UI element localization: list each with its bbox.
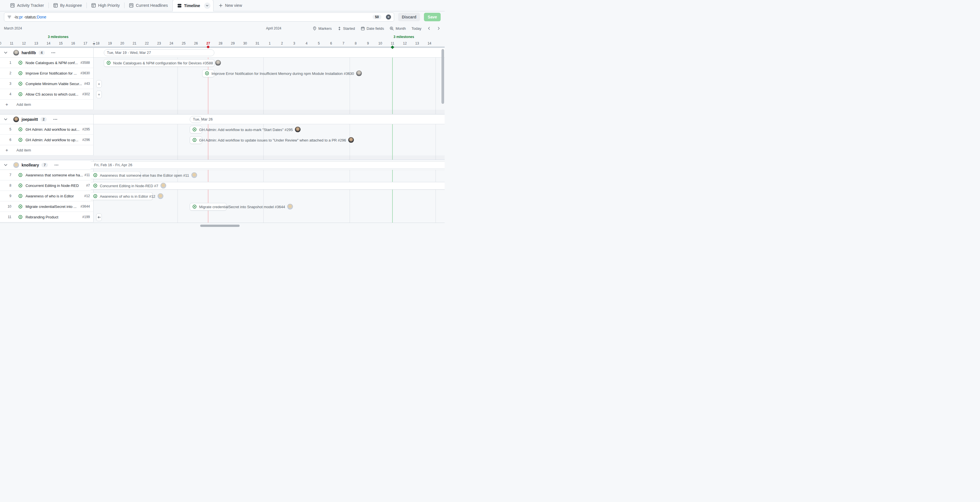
date-number: 16 bbox=[71, 41, 75, 45]
tab-by-assignee[interactable]: By Assignee bbox=[49, 0, 86, 11]
item-table-cell[interactable]: 11Rebranding Product#199 bbox=[0, 212, 94, 222]
scroll-left-button[interactable] bbox=[427, 26, 431, 30]
group-header-row: knolleary7Fri, Feb 16 - Fri, Apr 26 bbox=[0, 160, 445, 170]
group-header-timeline: Fri, Feb 16 - Fri, Apr 26 bbox=[94, 160, 445, 170]
timeline-bar[interactable]: GH Admin: Add workflow to auto-mark "Sta… bbox=[190, 126, 202, 133]
filter-segment: pr bbox=[19, 15, 23, 19]
item-row: 7Awareness that someone else ha...#11Awa… bbox=[0, 170, 445, 180]
row-number: 9 bbox=[0, 194, 13, 198]
add-date-button[interactable]: + bbox=[96, 91, 102, 98]
date-number: 24 bbox=[170, 41, 173, 45]
horizontal-scrollbar[interactable] bbox=[200, 225, 240, 227]
table-resize-handle[interactable]: ◂ ▸ bbox=[91, 41, 96, 46]
markers-button[interactable]: Markers bbox=[312, 26, 332, 30]
add-item-cell[interactable]: +Add item bbox=[0, 100, 94, 110]
plus-icon: + bbox=[5, 148, 9, 153]
group-date-range-pill[interactable]: Tue, Mar 19 - Wed, Mar 27 bbox=[104, 49, 215, 56]
clear-filter-button[interactable]: ✕ bbox=[386, 14, 391, 19]
group-header-row: joepavitt2Tue, Mar 26 bbox=[0, 114, 445, 124]
group-date-range-bar[interactable]: Fri, Feb 16 - Fri, Apr 26 bbox=[91, 161, 445, 169]
group-header-cell[interactable]: hardillb4 bbox=[0, 48, 94, 57]
jump-to-item-button[interactable] bbox=[96, 213, 102, 221]
zoom-level-button[interactable]: Month bbox=[390, 26, 406, 30]
timeline-bar[interactable]: GH Admin: Add workflow to update issues … bbox=[190, 136, 202, 144]
new-view-button[interactable]: New view bbox=[213, 0, 247, 11]
bar-label: Improve Error Notification for Insuffici… bbox=[212, 71, 354, 75]
date-number: 13 bbox=[415, 41, 419, 45]
item-table-cell[interactable]: 5GH Admin: Add workflow to aut...#295 bbox=[0, 124, 94, 135]
bar-label: Awareness that someone else has the Edit… bbox=[100, 173, 189, 177]
item-table-cell[interactable]: 7Awareness that someone else ha...#11 bbox=[0, 170, 94, 180]
issue-open-icon bbox=[18, 215, 23, 219]
today-button[interactable]: Today bbox=[412, 26, 422, 30]
filter-input[interactable]: -is:pr -status:Done 50 ✕ bbox=[4, 13, 394, 22]
group-name: hardillb bbox=[22, 51, 36, 55]
timeline-bar[interactable]: Node Catalogues & NPM configuration file… bbox=[104, 59, 215, 67]
group-header-timeline: Tue, Mar 26 bbox=[94, 114, 445, 124]
collapse-chevron-icon[interactable] bbox=[4, 164, 7, 166]
save-button[interactable]: Save bbox=[424, 13, 441, 21]
tab-high-priority[interactable]: High Priority bbox=[87, 0, 124, 11]
group-date-range-pill[interactable]: Tue, Mar 26 bbox=[190, 116, 202, 123]
item-table-cell[interactable]: 9Awareness of who is in Editor#12 bbox=[0, 191, 94, 201]
row-number: 5 bbox=[0, 127, 13, 131]
avatar-hardillb bbox=[356, 71, 362, 76]
add-item-row: +Add item bbox=[0, 100, 445, 110]
issue-open-icon bbox=[18, 61, 23, 65]
item-table-cell[interactable]: 8Concurrent Editing in Node-RED#7 bbox=[0, 180, 94, 191]
item-number: #12 bbox=[84, 194, 90, 198]
item-table-cell[interactable]: 6GH Admin: Add workflow to up...#296 bbox=[0, 135, 94, 145]
issue-open-icon bbox=[107, 61, 111, 65]
timeline-bar[interactable]: Awareness that someone else has the Edit… bbox=[91, 171, 141, 179]
timeline-bar[interactable]: Migrate credentialSecret into Snapshot m… bbox=[190, 203, 227, 210]
issue-open-icon bbox=[18, 127, 23, 132]
item-title: Complete Minimum Viable Secur... bbox=[25, 82, 83, 86]
item-table-cell[interactable]: 1Node Catalogues & NPM conf...#3588 bbox=[0, 57, 94, 68]
row-number: 11 bbox=[0, 215, 13, 219]
row-number: 6 bbox=[0, 138, 13, 142]
collapse-chevron-icon[interactable] bbox=[4, 52, 7, 54]
date-number: 2 bbox=[281, 41, 283, 45]
item-row: 4Allow CS access to which cust...#302+ bbox=[0, 89, 445, 100]
date-fields-button[interactable]: Date fields bbox=[361, 26, 384, 30]
item-table-cell[interactable]: 2Improve Error Notification for ...#3630 bbox=[0, 68, 94, 78]
timeline-bar[interactable]: Concurrent Editing in Node-RED #7 bbox=[91, 182, 445, 190]
timeline-bar[interactable]: Awareness of who is in Editor #12 bbox=[91, 192, 153, 200]
item-title: GH Admin: Add workflow to aut... bbox=[25, 127, 81, 132]
add-item-cell[interactable]: +Add item bbox=[0, 145, 94, 155]
group-header-cell[interactable]: joepavitt2 bbox=[0, 114, 94, 124]
date-number: 9 bbox=[367, 41, 369, 45]
month-label-right: April 2024 bbox=[266, 26, 281, 30]
sort-started-button[interactable]: Started bbox=[337, 26, 355, 30]
tab-activity-tracker[interactable]: Activity Tracker bbox=[6, 0, 48, 11]
timeline-bar[interactable]: Improve Error Notification for Insuffici… bbox=[202, 70, 215, 77]
tab-options-caret[interactable] bbox=[204, 3, 210, 9]
item-table-cell[interactable]: 10Migrate credentialSecret into ...#3644 bbox=[0, 201, 94, 212]
item-row: 1Node Catalogues & NPM conf...#3588Node … bbox=[0, 57, 445, 68]
chevron-right-icon bbox=[437, 26, 441, 30]
group-menu-button[interactable] bbox=[54, 163, 59, 167]
issue-open-icon bbox=[93, 173, 97, 177]
tab-timeline[interactable]: Timeline bbox=[172, 0, 213, 11]
group-count-badge: 7 bbox=[41, 163, 48, 167]
group-count-badge: 2 bbox=[41, 117, 47, 122]
vertical-scrollbar[interactable] bbox=[442, 49, 444, 104]
rows-icon bbox=[177, 3, 182, 8]
project-icon bbox=[10, 3, 15, 8]
bar-label: Concurrent Editing in Node-RED #7 bbox=[100, 183, 158, 188]
scroll-right-button[interactable] bbox=[437, 26, 441, 30]
item-number: #302 bbox=[82, 92, 90, 96]
item-row: 11Rebranding Product#199 bbox=[0, 212, 445, 222]
collapse-chevron-icon[interactable] bbox=[4, 118, 7, 121]
item-table-cell[interactable]: 3Complete Minimum Viable Secur...#43 bbox=[0, 78, 94, 89]
avatar-joepavitt bbox=[13, 116, 19, 122]
add-date-button[interactable]: + bbox=[96, 80, 102, 88]
group-menu-button[interactable] bbox=[53, 117, 57, 122]
group-menu-button[interactable] bbox=[51, 51, 56, 55]
tab-current-headlines[interactable]: Current Headlines bbox=[124, 0, 172, 11]
bottom-bar bbox=[0, 223, 445, 228]
item-table-cell[interactable]: 4Allow CS access to which cust...#302 bbox=[0, 89, 94, 100]
group-header-cell[interactable]: knolleary7 bbox=[0, 160, 94, 170]
item-row: 10Migrate credentialSecret into ...#3644… bbox=[0, 201, 445, 212]
discard-button[interactable]: Discard bbox=[398, 13, 420, 21]
